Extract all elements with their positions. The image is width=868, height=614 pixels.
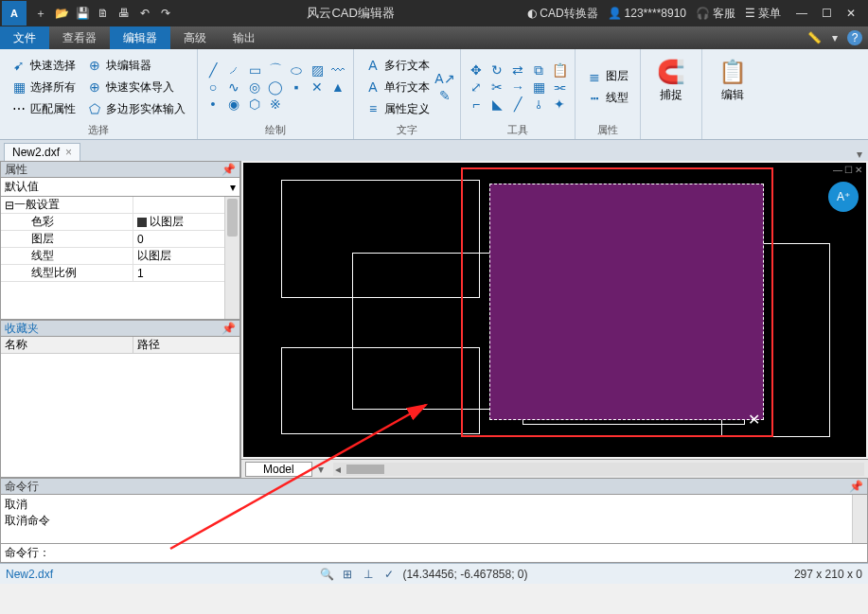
save-icon[interactable]: 💾 bbox=[74, 5, 91, 22]
array-icon[interactable]: ▦ bbox=[531, 79, 546, 95]
attdef-button[interactable]: ≡属性定义 bbox=[362, 99, 434, 119]
model-tab[interactable]: Model bbox=[245, 462, 312, 477]
maximize-button[interactable]: ☐ bbox=[815, 4, 838, 23]
textstyle-icon[interactable]: A↗ bbox=[437, 71, 452, 86]
copy-icon[interactable]: ⧉ bbox=[531, 62, 546, 78]
mtext-button[interactable]: A多行文本 bbox=[362, 56, 434, 76]
join-icon[interactable]: ⫰ bbox=[531, 96, 546, 112]
fav-col-path[interactable]: 路径 bbox=[133, 337, 164, 353]
scale-icon[interactable]: ⤢ bbox=[469, 79, 484, 95]
spline-icon[interactable]: ∿ bbox=[226, 79, 241, 95]
move-icon[interactable]: ✥ bbox=[469, 62, 484, 78]
ruler-icon[interactable]: 📏 bbox=[806, 29, 823, 46]
rect-icon[interactable]: ▭ bbox=[247, 62, 262, 78]
explode-icon[interactable]: ✦ bbox=[552, 96, 567, 112]
redo-icon[interactable]: ↷ bbox=[157, 5, 174, 22]
main-area: 属性 📌 默认值 ▾ ⊟ 一般设置 色彩以图层 图层0 线型以图层 线型比例1 … bbox=[0, 161, 868, 478]
tab-close-icon[interactable]: × bbox=[65, 146, 72, 159]
wave-icon[interactable]: 〰 bbox=[330, 62, 345, 78]
polygon-input-button[interactable]: ⬠多边形实体输入 bbox=[83, 99, 189, 119]
chamfer-icon[interactable]: ◣ bbox=[489, 96, 505, 112]
paste-icon[interactable]: 📋 bbox=[552, 62, 567, 78]
menu-advanced[interactable]: 高级 bbox=[170, 26, 220, 49]
print-icon[interactable]: 🖶 bbox=[115, 5, 133, 22]
polyline-icon[interactable]: ⟋ bbox=[226, 62, 241, 78]
donut-icon[interactable]: ◎ bbox=[247, 79, 262, 95]
shape-icon[interactable]: ⬡ bbox=[247, 96, 262, 112]
mirror-icon[interactable]: ⇄ bbox=[510, 62, 525, 78]
edit-button[interactable]: 📋 编辑 bbox=[710, 53, 755, 107]
status-snap-icon[interactable]: ✓ bbox=[381, 567, 397, 582]
support-button[interactable]: 🎧 客服 bbox=[696, 6, 735, 22]
block-editor-button[interactable]: ⊕块编辑器 bbox=[83, 56, 189, 76]
menu-editor[interactable]: 编辑器 bbox=[110, 26, 170, 49]
linetype-button[interactable]: ┅线型 bbox=[583, 88, 632, 108]
menu-file[interactable]: 文件 bbox=[0, 26, 49, 49]
default-value-dropdown[interactable]: 默认值 ▾ bbox=[0, 178, 240, 197]
model-dropdown-icon[interactable]: ▾ bbox=[312, 463, 329, 476]
cad-converter-button[interactable]: ◐ CAD转换器 bbox=[527, 6, 597, 22]
saveas-icon[interactable]: 🗎 bbox=[95, 5, 112, 22]
circle-icon[interactable]: ○ bbox=[205, 79, 221, 95]
status-grid-icon[interactable]: ⊞ bbox=[340, 567, 355, 582]
line-icon[interactable]: ╱ bbox=[205, 62, 221, 78]
new-icon[interactable]: ＋ bbox=[32, 5, 49, 22]
doc-tab[interactable]: New2.dxf × bbox=[4, 143, 80, 161]
extend-icon[interactable]: → bbox=[510, 79, 525, 95]
tabs-dropdown-icon[interactable]: ▾ bbox=[851, 148, 868, 161]
dropdown-icon[interactable]: ▾ bbox=[826, 29, 843, 46]
prop-scrollbar[interactable] bbox=[224, 197, 239, 319]
break-icon[interactable]: ╱ bbox=[510, 96, 525, 112]
minimize-button[interactable]: — bbox=[790, 4, 813, 23]
spiral-icon[interactable]: ◉ bbox=[226, 96, 241, 112]
textedit-icon[interactable]: ✎ bbox=[437, 88, 452, 103]
canvas-min-icon[interactable]: — bbox=[833, 165, 842, 175]
open-icon[interactable]: 📂 bbox=[53, 5, 70, 22]
trim-icon[interactable]: ✂ bbox=[489, 79, 505, 95]
command-input[interactable]: 命令行： bbox=[0, 544, 868, 563]
image-icon[interactable]: ▲ bbox=[330, 79, 345, 95]
match-props-button[interactable]: ⋯匹配属性 bbox=[8, 99, 80, 119]
point-icon[interactable]: ▪ bbox=[289, 79, 304, 95]
pin-icon[interactable]: 📌 bbox=[221, 322, 236, 335]
misc-icon[interactable]: ※ bbox=[268, 96, 283, 112]
offset-icon[interactable]: ⫘ bbox=[552, 79, 567, 95]
ribbon: ➹快速选择 ▦选择所有 ⋯匹配属性 ⊕块编辑器 ⊕快速实体导入 ⬠多边形实体输入… bbox=[0, 49, 868, 140]
select-all-button[interactable]: ▦选择所有 bbox=[8, 78, 80, 97]
close-button[interactable]: ✕ bbox=[840, 4, 862, 23]
menu-output[interactable]: 输出 bbox=[220, 26, 269, 49]
user-account[interactable]: 👤 123****8910 bbox=[608, 7, 686, 20]
selectall-icon: ▦ bbox=[11, 79, 27, 95]
cmd-scrollbar[interactable] bbox=[852, 495, 867, 543]
entity-import-button[interactable]: ⊕快速实体导入 bbox=[83, 78, 189, 97]
canvas-fab-icon[interactable]: A⁺ bbox=[828, 182, 859, 212]
app-title: 风云CAD编辑器 bbox=[174, 5, 527, 22]
hatch-icon[interactable]: ▨ bbox=[310, 62, 325, 78]
document-tabs: New2.dxf × ▾ bbox=[0, 140, 868, 161]
snap-button[interactable]: 🧲 捕捉 bbox=[648, 53, 694, 107]
ring-icon[interactable]: ◯ bbox=[268, 79, 283, 95]
drawing-canvas[interactable]: — ☐ ✕ A⁺ ✕ bbox=[243, 163, 866, 457]
canvas-close-icon[interactable]: ✕ bbox=[855, 165, 862, 175]
menu-button[interactable]: ☰ 菜单 bbox=[745, 6, 781, 22]
arc-icon[interactable]: ⌒ bbox=[268, 62, 283, 78]
text-button[interactable]: A单行文本 bbox=[362, 78, 434, 97]
canvas-max-icon[interactable]: ☐ bbox=[844, 165, 853, 175]
ellipse-icon[interactable]: ⬭ bbox=[289, 62, 304, 78]
fillet-icon[interactable]: ⌐ bbox=[469, 96, 484, 112]
menu-viewer[interactable]: 查看器 bbox=[49, 26, 110, 49]
status-ortho-icon[interactable]: ⊥ bbox=[361, 567, 376, 582]
h-scrollbar[interactable]: ◂ bbox=[333, 463, 864, 476]
help-icon[interactable]: ? bbox=[847, 30, 862, 45]
pin-icon[interactable]: 📌 bbox=[221, 163, 236, 176]
quick-select-button[interactable]: ➹快速选择 bbox=[8, 56, 80, 76]
undo-icon[interactable]: ↶ bbox=[136, 5, 153, 22]
pin-icon[interactable]: 📌 bbox=[849, 480, 863, 493]
layers-button[interactable]: ≣图层 bbox=[583, 66, 632, 86]
prop-group[interactable]: ⊟ 一般设置 bbox=[1, 197, 133, 213]
fav-col-name[interactable]: 名称 bbox=[1, 337, 133, 353]
status-zoom-icon[interactable]: 🔍 bbox=[319, 567, 334, 582]
rotate-icon[interactable]: ↻ bbox=[489, 62, 505, 78]
cross-icon[interactable]: ✕ bbox=[310, 79, 325, 95]
dot-icon[interactable]: • bbox=[205, 96, 221, 112]
